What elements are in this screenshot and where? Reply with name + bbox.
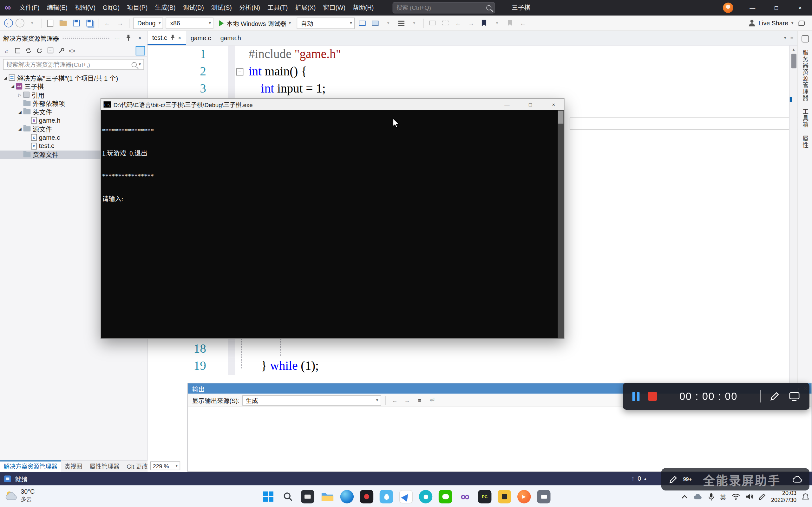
pause-button[interactable] <box>632 392 640 401</box>
console-titlebar[interactable]: C:\ D:\代码\C语言\bit-c\三子棋\三子棋\Debug\三子棋.ex… <box>101 99 564 110</box>
menu-git[interactable]: Git(G) <box>99 0 123 15</box>
taskbar-clock[interactable]: 20:03 2022/7/30 <box>771 490 797 503</box>
account-avatar[interactable] <box>723 3 733 13</box>
expanded-arrow-icon[interactable]: ◢ <box>16 127 23 131</box>
navigate-back-button[interactable]: ← <box>4 19 13 27</box>
menu-file[interactable]: 文件(F) <box>15 0 43 15</box>
home-button[interactable]: ⌂ <box>2 46 11 55</box>
menu-window[interactable]: 窗口(W) <box>319 0 349 15</box>
output-source-dropdown[interactable]: 生成 ▾ <box>243 395 382 406</box>
navigate-forward-button[interactable]: → <box>15 19 24 27</box>
save-button[interactable] <box>71 18 82 28</box>
auto-dropdown[interactable]: 自动▾ <box>297 17 355 29</box>
scrollbar-thumb[interactable] <box>792 54 797 68</box>
ime-indicator[interactable]: 英 <box>720 492 726 501</box>
redo-button[interactable]: → <box>115 18 125 28</box>
nav-dropdown-icon[interactable]: ▾ <box>27 18 38 28</box>
tab-game-h[interactable]: game.h <box>216 31 246 45</box>
taskbar-edge-icon[interactable] <box>340 490 354 503</box>
close-panel-icon[interactable]: × <box>136 34 144 42</box>
cloud-upload-button[interactable] <box>792 474 803 485</box>
pin-icon[interactable] <box>124 34 133 42</box>
word-wrap-button[interactable]: ⏎ <box>427 395 437 405</box>
profiler-button[interactable] <box>357 18 368 28</box>
weather-widget[interactable]: 30°C 多云 <box>4 488 35 503</box>
menu-help[interactable]: 帮助(H) <box>349 0 377 15</box>
chevron-down-icon[interactable]: ▾ <box>409 18 419 28</box>
tree-item-references[interactable]: ▷ 引用 <box>0 91 147 99</box>
tree-item-project[interactable]: ◢ ++ 三子棋 <box>0 82 147 91</box>
expanded-arrow-icon[interactable]: ◢ <box>2 75 9 80</box>
taskbar-app-icon-3[interactable] <box>399 490 413 503</box>
clear-all-button[interactable]: ≡ <box>415 395 424 405</box>
stop-button[interactable] <box>648 392 657 401</box>
microphone-icon[interactable] <box>709 493 714 500</box>
bookmark-button[interactable] <box>479 18 490 28</box>
console-body[interactable]: **************** 1.玩游戏 0.退出 ************… <box>101 110 564 338</box>
live-share-label[interactable]: Live Share <box>758 19 788 26</box>
feedback-button[interactable] <box>797 18 807 28</box>
solution-search-box[interactable]: ▾ <box>3 59 144 70</box>
tab-overflow-chevron-icon[interactable]: ▾ <box>784 36 786 41</box>
comment-button[interactable] <box>427 18 438 28</box>
volume-icon[interactable] <box>746 494 753 500</box>
expanded-arrow-icon[interactable]: ◢ <box>9 84 16 89</box>
maximize-button[interactable]: □ <box>764 0 788 15</box>
next-message-button[interactable]: → <box>403 395 412 405</box>
console-scrollbar[interactable] <box>558 110 564 338</box>
platform-dropdown[interactable]: x86▾ <box>166 17 213 29</box>
quick-search-input[interactable] <box>396 5 486 11</box>
collapse-region-icon[interactable]: − <box>236 68 243 75</box>
open-file-button[interactable] <box>58 18 68 28</box>
new-file-button[interactable] <box>45 18 55 28</box>
screenshot-button[interactable] <box>789 391 800 402</box>
taskbar-visual-studio-icon[interactable]: ∞ <box>458 490 472 503</box>
preview-button[interactable] <box>370 18 380 28</box>
uncomment-button[interactable] <box>440 18 450 28</box>
taskbar-app-icon-1[interactable] <box>360 490 373 503</box>
chevron-down-icon[interactable]: ▾ <box>792 20 794 25</box>
close-button[interactable]: × <box>788 0 812 15</box>
taskbar-app-icon-7[interactable] <box>537 490 550 503</box>
push-arrow-icon[interactable]: ↑ <box>631 475 635 482</box>
console-window[interactable]: C:\ D:\代码\C语言\bit-c\三子棋\三子棋\Debug\三子棋.ex… <box>101 98 565 339</box>
tab-test-c[interactable]: test.c × <box>148 31 186 45</box>
indent-decrease-button[interactable]: ← <box>453 18 463 28</box>
taskbar-search-icon[interactable] <box>281 490 295 503</box>
pen-status-icon[interactable] <box>759 493 765 500</box>
switch-views-button[interactable] <box>13 46 22 55</box>
scroll-up-icon[interactable]: ▴ <box>790 46 798 52</box>
menu-edit[interactable]: 编辑(E) <box>43 0 71 15</box>
taskbar-app-icon-2[interactable] <box>380 490 393 503</box>
sync-count[interactable]: 0 <box>638 475 641 482</box>
tab-game-c[interactable]: game.c <box>186 31 216 45</box>
sync-with-active-document-button[interactable] <box>24 46 33 55</box>
minimize-button[interactable]: — <box>741 0 764 15</box>
panel-grip[interactable] <box>62 37 110 39</box>
prev-bookmark-button[interactable]: ← <box>518 18 528 28</box>
taskbar-app-icon-6[interactable]: ▶ <box>517 490 531 503</box>
tab-class-view[interactable]: 类视图 <box>61 460 86 472</box>
console-maximize-button[interactable]: □ <box>520 99 541 110</box>
menu-project[interactable]: 项目(P) <box>123 0 151 15</box>
editor-zoom-control[interactable]: 229 % ▾ <box>150 461 180 470</box>
brush-tool-button[interactable] <box>667 474 679 485</box>
onedrive-cloud-icon[interactable] <box>693 493 703 500</box>
toggle-bookmark-button[interactable] <box>505 18 515 28</box>
list-members-button[interactable] <box>396 18 407 28</box>
active-files-list-icon[interactable]: ≡ <box>791 35 794 41</box>
tab-toolbox[interactable]: 工具箱 <box>801 109 809 128</box>
quick-search-box[interactable] <box>393 2 495 14</box>
taskbar-app-icon-4[interactable] <box>419 490 432 503</box>
taskbar-pycharm-icon[interactable]: PC <box>478 490 491 503</box>
console-close-button[interactable]: × <box>543 99 564 110</box>
menu-extensions[interactable]: 扩展(X) <box>292 0 319 15</box>
indent-increase-button[interactable]: → <box>466 18 476 28</box>
menu-view[interactable]: 视图(V) <box>71 0 99 15</box>
console-minimize-button[interactable]: — <box>497 99 517 110</box>
tab-git-changes[interactable]: Git 更改 <box>123 460 152 472</box>
solution-search-input[interactable] <box>6 61 130 67</box>
undo-button[interactable]: ← <box>102 18 113 28</box>
tab-properties[interactable]: 属性 <box>801 135 809 148</box>
expanded-arrow-icon[interactable]: ◢ <box>16 110 23 114</box>
